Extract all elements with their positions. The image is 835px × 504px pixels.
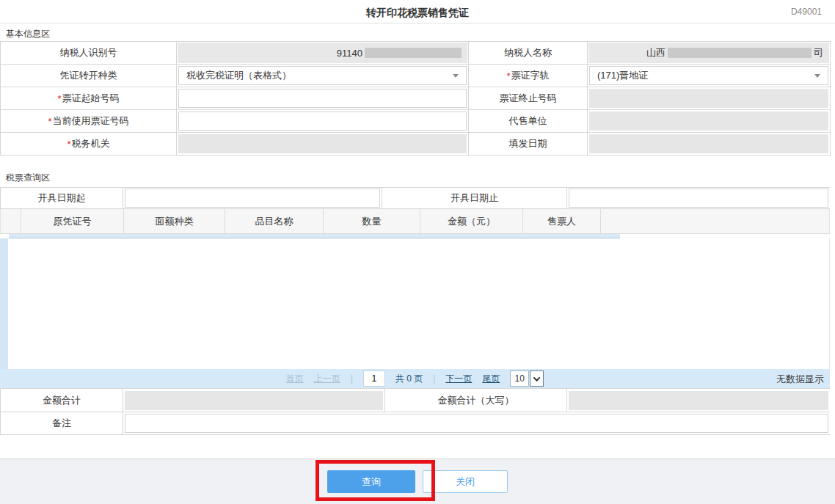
date-to-cell <box>567 188 830 209</box>
remark-row: 备注 <box>0 412 830 435</box>
pagination-separator: | <box>433 373 435 384</box>
pagination-first-link[interactable]: 首页 <box>286 373 304 385</box>
agency-label: 代售单位 <box>469 110 588 133</box>
form-code: D49001 <box>791 7 822 17</box>
query-section-title: 税票查询区 <box>0 156 835 187</box>
ticket-start-label-text: 票证起始号码 <box>62 92 120 105</box>
remark-cell <box>123 412 830 435</box>
ticket-track-cell: (171)晋地证 <box>588 65 830 87</box>
taxpayer-id-label: 纳税人识别号 <box>1 42 177 65</box>
ticket-track-label: *票证字轨 <box>469 65 588 87</box>
footer-action-bar: 查询 关闭 <box>0 459 835 504</box>
ticket-start-label: *票证起始号码 <box>1 87 177 110</box>
date-filter-row: 开具日期起 开具日期止 <box>0 187 830 209</box>
current-ticket-cell <box>177 110 469 133</box>
issue-date-disabled-field <box>589 134 828 153</box>
pagination-separator: | <box>351 373 353 384</box>
column-header-amount: 金额（元） <box>420 209 523 233</box>
pagination-last-link[interactable]: 尾页 <box>482 373 500 385</box>
voucher-type-cell: 税收完税证明（表格式） <box>177 65 469 87</box>
current-ticket-input[interactable] <box>178 112 467 131</box>
current-ticket-label: *当前使用票证号码 <box>1 110 177 133</box>
date-to-label: 开具日期止 <box>382 188 567 209</box>
column-header-seller: 售票人 <box>523 209 601 233</box>
total-amount-label: 金额合计 <box>0 389 123 412</box>
result-table-body <box>0 238 830 369</box>
total-amount-cn-cell <box>567 389 830 412</box>
voucher-type-select[interactable]: 税收完税证明（表格式） <box>178 66 467 85</box>
basic-info-section-title: 基本信息区 <box>0 23 835 41</box>
page-size-value: 10 <box>510 370 529 387</box>
column-header-item-name: 品目名称 <box>225 209 324 233</box>
total-pages-text: 共 0 页 <box>395 373 423 385</box>
issue-date-label: 填发日期 <box>469 133 588 156</box>
current-ticket-label-text: 当前使用票证号码 <box>53 114 129 128</box>
voucher-type-label: 凭证转开种类 <box>1 65 177 87</box>
taxpayer-name-label: 纳税人名称 <box>469 42 588 65</box>
tax-authority-disabled-field <box>178 134 467 153</box>
redaction-block <box>668 48 812 58</box>
tax-authority-cell <box>177 133 469 156</box>
agency-cell <box>588 110 830 133</box>
taxpayer-id-text: 91140 <box>337 48 362 59</box>
pagination-bar: 首页 上一页 | 共 0 页 | 下一页 尾页 10 无数据显示 <box>0 369 830 388</box>
page-title: 转开印花税票销售凭证 <box>0 7 835 20</box>
page-size-dropdown-button[interactable] <box>530 370 544 387</box>
close-button[interactable]: 关闭 <box>423 470 508 493</box>
required-asterisk: * <box>57 93 61 104</box>
total-amount-disabled-field <box>125 391 383 410</box>
column-header-original-voucher: 原凭证号 <box>21 209 124 233</box>
required-asterisk: * <box>67 139 70 150</box>
taxpayer-name-suffix: 司 <box>814 46 823 59</box>
column-header-denomination: 面额种类 <box>124 209 225 233</box>
result-table-header: 原凭证号 面额种类 品目名称 数量 金额（元） 售票人 <box>0 209 830 234</box>
no-data-text: 无数据显示 <box>776 373 824 386</box>
basic-info-grid: 纳税人识别号 91140 纳税人名称 山西 司 凭证转开种类 税收完税证明（表格… <box>0 41 831 156</box>
required-asterisk: * <box>48 116 51 127</box>
remark-input[interactable] <box>125 414 828 433</box>
date-from-cell <box>123 188 382 209</box>
row-selector-column-header <box>1 209 21 233</box>
total-amount-row: 金额合计 金额合计（大写） <box>0 388 830 412</box>
tax-authority-label-text: 税务机关 <box>72 137 110 150</box>
page-size-select[interactable]: 10 <box>510 370 544 387</box>
pagination-prev-link[interactable]: 上一页 <box>314 373 340 385</box>
ticket-start-cell <box>177 87 469 110</box>
pagination-next-link[interactable]: 下一页 <box>445 373 472 385</box>
ticket-end-cell <box>588 87 830 110</box>
chevron-down-icon <box>814 74 820 78</box>
voucher-type-value: 税收完税证明（表格式） <box>186 69 291 82</box>
column-header-quantity: 数量 <box>324 209 420 233</box>
page-header: 转开印花税票销售凭证 D49001 <box>0 0 835 23</box>
total-amount-cell <box>123 389 384 412</box>
taxpayer-id-cell: 91140 <box>177 42 469 65</box>
agency-disabled-field <box>589 112 828 131</box>
chevron-down-icon <box>453 74 459 78</box>
redaction-block <box>365 48 462 58</box>
column-header-filler <box>601 209 830 233</box>
ticket-track-value: (171)晋地证 <box>597 69 648 82</box>
table-empty-area <box>8 238 829 369</box>
taxpayer-name-cell: 山西 司 <box>588 42 830 65</box>
taxpayer-id-value: 91140 <box>178 43 467 63</box>
remark-label: 备注 <box>0 412 123 435</box>
page-number-input[interactable] <box>363 370 385 387</box>
chevron-down-icon <box>533 374 541 381</box>
taxpayer-name-prefix: 山西 <box>646 46 666 59</box>
ticket-track-label-text: 票证字轨 <box>511 69 550 82</box>
tax-authority-label: *税务机关 <box>1 133 177 156</box>
required-asterisk: * <box>506 70 510 81</box>
date-from-input[interactable] <box>125 189 380 208</box>
issue-date-cell <box>588 133 830 156</box>
taxpayer-name-value: 山西 司 <box>588 43 829 63</box>
table-left-gutter <box>0 238 8 369</box>
date-from-label: 开具日期起 <box>0 188 123 209</box>
date-to-input[interactable] <box>569 189 828 208</box>
query-button[interactable]: 查询 <box>327 470 415 493</box>
ticket-start-input[interactable] <box>178 89 467 108</box>
ticket-end-label: 票证终止号码 <box>469 87 588 110</box>
ticket-end-disabled-field <box>589 89 828 108</box>
total-amount-cn-disabled-field <box>569 391 828 410</box>
total-amount-cn-label: 金额合计（大写） <box>384 389 567 412</box>
ticket-track-select[interactable]: (171)晋地证 <box>589 66 828 85</box>
